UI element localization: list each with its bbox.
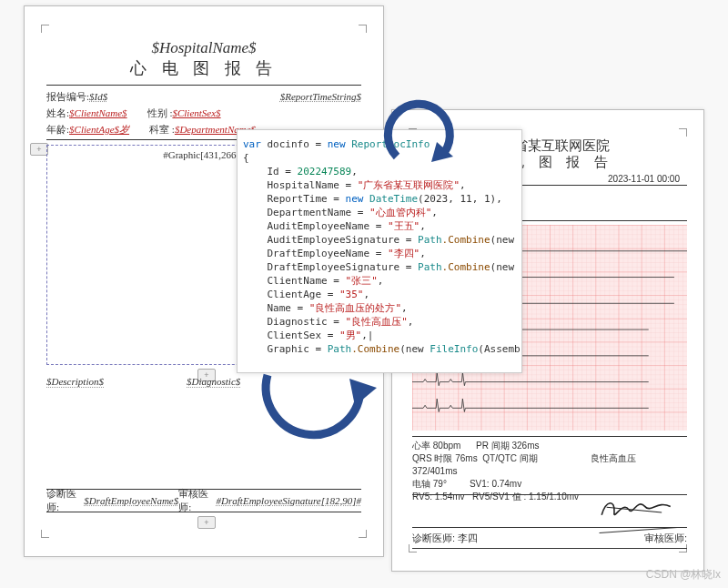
field-report-id[interactable]: $Id$ <box>89 88 107 105</box>
metric-sv1: SV1: 0.74mv <box>470 479 521 489</box>
add-footer-button[interactable]: + <box>197 516 216 529</box>
metric-rv5sv1: RV5/SV1 值 : 1.15/1.10mv <box>472 492 579 502</box>
arrow-icon <box>380 89 462 171</box>
label-sex: 性别 : <box>147 105 173 121</box>
diagnostic-value: 良性高血压 <box>591 452 687 465</box>
watermark: CSDN @林晓lx <box>646 567 721 583</box>
audit-doctor: 审核医师: <box>644 532 687 545</box>
metrics-table: 心率 80bpm PR 间期 326ms QRS 时限 76ms QT/QTC … <box>412 436 687 495</box>
field-client-name[interactable]: $ClientName$ <box>69 105 127 121</box>
label-audit-doctor: 审核医师: <box>178 487 216 514</box>
metric-pr: PR 间期 326ms <box>476 441 539 451</box>
field-client-age[interactable]: $ClientAge$岁 <box>69 121 129 137</box>
code-snippet: var docinfo = new ReportDocInfo { Id = 2… <box>237 129 522 373</box>
label-draft-doctor: 诊断医师: <box>46 487 84 514</box>
label-report-id: 报告编号: <box>46 88 89 105</box>
signature-row: 诊断医师: $DraftEmployeeName$ 审核医师: #DraftEm… <box>46 489 361 512</box>
doctor-row: 诊断医师: 李四 审核医师: <box>412 527 687 549</box>
field-draft-doctor[interactable]: $DraftEmployeeName$ <box>84 495 178 506</box>
metric-qrs: QRS 时限 76ms <box>412 453 478 463</box>
field-diagnostic[interactable]: $Diagnostic$ <box>187 376 240 388</box>
field-client-sex[interactable]: $ClientSex$ <box>172 105 220 121</box>
metric-rv5: RV5: 1.54mv <box>412 492 465 502</box>
report-title: 心 电 图 报 告 <box>25 57 383 79</box>
field-description[interactable]: $Description$ <box>46 376 104 388</box>
metric-hr: 心率 80bpm <box>412 441 460 451</box>
field-audit-signature[interactable]: #DraftEmployeeSignature[182,90]# <box>217 495 361 506</box>
label-dept: 科室 : <box>149 121 175 137</box>
draft-doctor: 诊断医师: 李四 <box>412 532 478 545</box>
signature-icon <box>597 490 677 526</box>
report-datetime: 2023-11-01 00:00 <box>608 174 680 184</box>
add-row-button[interactable]: + <box>30 143 48 156</box>
hospital-placeholder: $HospitalName$ <box>25 39 383 57</box>
label-age: 年龄: <box>46 121 69 137</box>
label-name: 姓名: <box>46 105 69 121</box>
metric-axis: 电轴 79° <box>412 479 447 489</box>
arrow-icon <box>251 359 388 453</box>
field-report-time[interactable]: $ReportTimeString$ <box>280 88 361 105</box>
